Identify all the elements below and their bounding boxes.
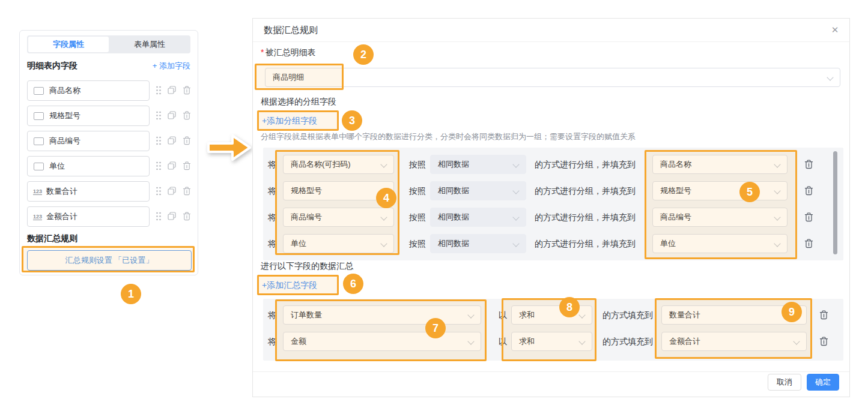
cancel-button[interactable]: 取消 <box>768 374 801 391</box>
copy-icon[interactable] <box>168 106 176 125</box>
close-icon[interactable]: ✕ <box>829 24 841 36</box>
add-grouping-field-link[interactable]: +添加分组字段 <box>262 116 317 127</box>
grouping-row: 将 单位 按照 相同数据 的方式进行分组，并填充到 单位 <box>263 234 843 253</box>
dialog-header: 数据汇总规则 ✕ <box>253 19 849 42</box>
grouping-method-select[interactable]: 相同数据 <box>430 234 526 253</box>
summary-target-select[interactable]: 数量合计 <box>661 305 807 325</box>
summary-source-select[interactable]: 订单数量 <box>283 305 481 325</box>
chevron-down-icon <box>380 161 387 167</box>
grouping-source-select[interactable]: 单位 <box>283 234 394 253</box>
word-jiang: 将 <box>268 332 276 351</box>
source-table-label: *被汇总明细表 <box>261 47 315 58</box>
tab-field-properties[interactable]: 字段属性 <box>28 37 109 52</box>
field-label: 商品名称 <box>49 85 80 96</box>
delete-row-icon[interactable] <box>803 155 815 174</box>
delete-row-icon[interactable] <box>803 234 815 253</box>
drag-handle-icon[interactable] <box>154 156 163 175</box>
field-label: 商品编号 <box>49 136 80 146</box>
word-jiang: 将 <box>268 234 276 253</box>
drag-handle-icon[interactable] <box>154 131 163 150</box>
confirm-button[interactable]: 确定 <box>807 374 839 391</box>
add-summary-field-link[interactable]: +添加汇总字段 <box>262 280 317 291</box>
chevron-down-icon <box>380 187 387 194</box>
summary-rules-settings-button[interactable]: 汇总规则设置 「已设置」 <box>27 250 192 271</box>
phrase-group-fill: 的方式进行分组，并填充到 <box>535 208 636 227</box>
summary-section-label: 进行以下字段的数据汇总 <box>261 261 353 272</box>
delete-icon[interactable] <box>183 106 191 125</box>
chevron-down-icon <box>512 240 519 247</box>
grouping-method-select[interactable]: 相同数据 <box>430 155 526 174</box>
grouping-method-select[interactable]: 相同数据 <box>430 181 526 200</box>
chevron-down-icon <box>467 311 474 318</box>
source-table-select[interactable]: 商品明细 <box>265 68 840 87</box>
chevron-down-icon <box>467 338 474 344</box>
field-item[interactable]: 单位 <box>27 156 150 176</box>
grouping-source-select[interactable]: 商品编号 <box>283 208 394 227</box>
copy-icon[interactable] <box>168 156 176 175</box>
delete-row-icon[interactable] <box>803 208 815 227</box>
text-field-icon <box>34 112 44 120</box>
phrase-group-fill: 的方式进行分组，并填充到 <box>535 155 636 174</box>
word-anzhao: 按照 <box>409 234 426 253</box>
copy-icon[interactable] <box>168 181 176 200</box>
copy-icon[interactable] <box>168 206 176 226</box>
field-item[interactable]: 规格型号 <box>27 106 150 126</box>
word-jiang: 将 <box>268 181 276 200</box>
scrollbar-thumb[interactable] <box>833 151 837 254</box>
drag-handle-icon[interactable] <box>154 106 163 125</box>
delete-row-icon[interactable] <box>818 332 830 351</box>
delete-icon[interactable] <box>183 206 191 226</box>
word-anzhao: 按照 <box>409 208 426 227</box>
chevron-down-icon <box>512 187 519 194</box>
summary-target-select[interactable]: 金额合计 <box>661 332 807 351</box>
drag-handle-icon[interactable] <box>154 206 163 226</box>
copy-icon[interactable] <box>168 131 176 150</box>
chevron-down-icon <box>827 74 833 80</box>
phrase-group-fill: 的方式进行分组，并填充到 <box>535 234 636 253</box>
delete-icon[interactable] <box>183 80 191 100</box>
grouping-source-select[interactable]: 规格型号 <box>283 181 394 200</box>
rules-section-title: 数据汇总规则 <box>27 233 77 244</box>
chevron-down-icon <box>793 338 800 344</box>
delete-row-icon[interactable] <box>803 181 815 200</box>
number-field-icon: 123 <box>33 214 42 220</box>
grouping-target-select[interactable]: 商品名称 <box>652 155 788 174</box>
word-anzhao: 按照 <box>409 181 426 200</box>
grouping-source-select[interactable]: 商品名称(可扫码) <box>283 155 394 174</box>
field-item[interactable]: 123 金额合计 <box>27 206 150 227</box>
add-field-link[interactable]: + 添加字段 <box>153 61 190 71</box>
chevron-down-icon <box>793 311 800 318</box>
field-label: 规格型号 <box>49 110 80 121</box>
chevron-down-icon <box>512 214 519 220</box>
drag-handle-icon[interactable] <box>154 181 163 200</box>
delete-icon[interactable] <box>183 131 191 150</box>
phrase-fill: 的方式填充到 <box>602 332 653 351</box>
field-item[interactable]: 123 数量合计 <box>27 181 150 202</box>
delete-icon[interactable] <box>183 181 191 200</box>
arrow-icon <box>205 131 253 164</box>
word-jiang: 将 <box>268 155 276 174</box>
data-summary-rules-dialog: 数据汇总规则 ✕ *被汇总明细表 商品明细 根据选择的分组字段 +添加分组字段 … <box>252 18 850 397</box>
grouping-target-select[interactable]: 单位 <box>652 234 788 253</box>
grouping-target-select[interactable]: 规格型号 <box>652 181 788 200</box>
summary-method-select[interactable]: 求和 <box>511 305 592 325</box>
field-item[interactable]: 商品编号 <box>27 131 150 151</box>
chevron-down-icon <box>578 338 585 344</box>
copy-icon[interactable] <box>168 80 176 100</box>
drag-handle-icon[interactable] <box>154 80 163 100</box>
summary-source-select[interactable]: 金额 <box>283 332 481 351</box>
chevron-down-icon <box>512 161 519 167</box>
summary-method-select[interactable]: 求和 <box>511 332 592 351</box>
field-label: 数量合计 <box>46 186 77 197</box>
delete-icon[interactable] <box>183 156 191 175</box>
delete-row-icon[interactable] <box>818 305 830 325</box>
word-jiang: 将 <box>268 305 276 325</box>
grouping-method-select[interactable]: 相同数据 <box>430 208 526 227</box>
grouping-target-select[interactable]: 商品编号 <box>652 208 788 227</box>
field-label: 金额合计 <box>46 211 77 222</box>
grouping-hint-text: 分组字段就是根据表单中哪个字段的数据进行分类，分类时会将同类数据归为一组；需要设… <box>261 131 636 142</box>
tab-form-properties[interactable]: 表单属性 <box>109 35 190 53</box>
chevron-down-icon <box>774 161 780 167</box>
required-asterisk: * <box>261 47 264 57</box>
field-item[interactable]: 商品名称 <box>27 80 150 101</box>
